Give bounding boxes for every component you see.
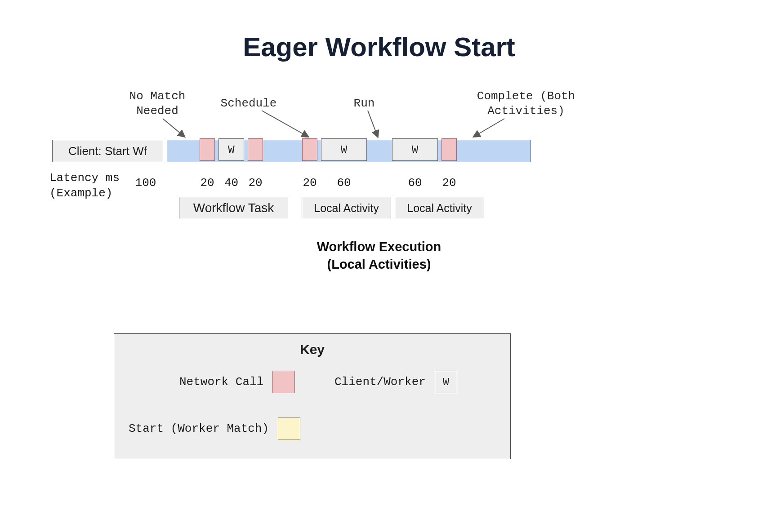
diagram-subtitle: Workflow Execution(Local Activities) [0,238,758,273]
diagram-title: Eager Workflow Start [0,31,758,62]
latency-client: 100 [132,176,159,190]
arrow-run [368,111,378,137]
legend-label-client-worker: Client/Worker [334,375,426,389]
segment-worker: W [218,138,244,161]
latency-value: 40 [220,176,243,190]
segment-network-call [302,138,317,161]
segment-network-call [441,138,457,161]
segment-network-call [200,138,215,161]
legend-swatch-network-call [272,371,295,393]
arrow-schedule [262,111,308,137]
arrow-complete [474,119,504,137]
legend-label-network-call: Network Call [179,375,263,389]
latency-axis-label: Latency ms(Example) [49,171,120,201]
segment-worker: W [321,138,367,161]
annotation-complete: Complete (BothActivities) [468,89,584,118]
legend-title: Key [114,342,510,357]
arrow-no-match [163,119,184,137]
diagram-canvas: Eager Workflow Start No MatchNeeded Sche… [0,0,758,532]
group-local-activity-2: Local Activity [395,197,484,219]
legend-label-start: Start (Worker Match) [129,422,269,435]
annotation-run: Run [346,96,382,111]
latency-value: 60 [404,176,426,190]
legend-swatch-client-worker: W [435,371,457,393]
client-start-box: Client: Start Wf [52,140,163,162]
annotation-no-match: No MatchNeeded [117,89,198,118]
annotation-schedule: Schedule [215,96,282,111]
segment-network-call [248,138,263,161]
group-workflow-task: Workflow Task [179,197,288,219]
legend-swatch-start [278,417,300,440]
group-local-activity-1: Local Activity [302,197,391,219]
latency-value: 20 [438,176,460,190]
segment-worker: W [392,138,438,161]
latency-value: 20 [299,176,321,190]
legend-box: Key Network Call Client/Worker W Start (… [114,333,511,459]
latency-value: 20 [244,176,267,190]
latency-value: 20 [196,176,218,190]
latency-value: 60 [333,176,355,190]
